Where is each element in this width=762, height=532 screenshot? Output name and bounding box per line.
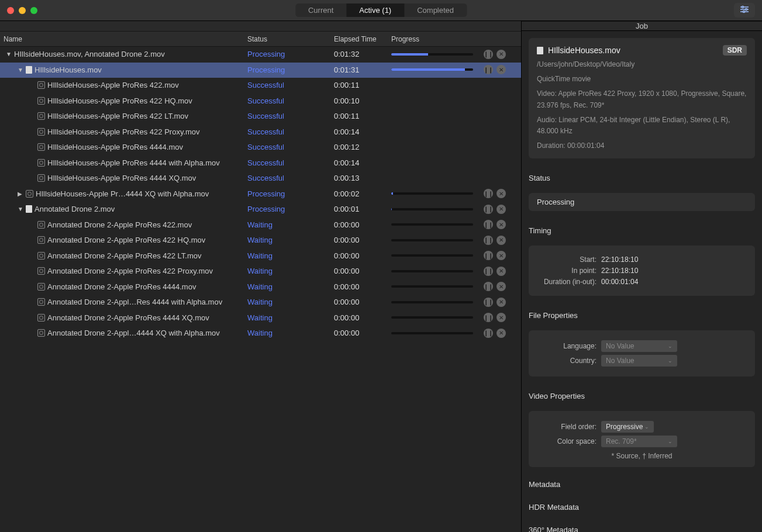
360-metadata-section[interactable]: 360° Metadata — [529, 523, 755, 532]
view-tab-completed[interactable]: Completed — [404, 4, 467, 17]
pause-button[interactable]: ❙❙ — [484, 220, 493, 229]
row-elapsed: 0:00:00 — [334, 236, 391, 244]
preset-icon — [26, 190, 33, 198]
pause-button[interactable]: ❙❙ — [484, 65, 493, 74]
disclosure-triangle[interactable]: ▼ — [18, 67, 23, 73]
cancel-button[interactable]: ✕ — [496, 220, 506, 229]
col-header-status[interactable]: Status — [247, 35, 334, 43]
disclosure-triangle[interactable]: ▶ — [18, 191, 23, 197]
preset-icon — [37, 159, 45, 167]
table-row[interactable]: ▶HIllsideHouses-Apple Pr…4444 XQ with Al… — [0, 186, 521, 202]
cancel-button[interactable]: ✕ — [496, 236, 506, 245]
row-status: Processing — [247, 50, 334, 58]
row-name: Annotated Drone 2-Appl…Res 4444 with Alp… — [47, 298, 222, 306]
table-row[interactable]: Annotated Drone 2-Appl…4444 XQ with Alph… — [0, 326, 521, 341]
row-actions: ❙❙✕ — [484, 220, 520, 229]
svg-point-3 — [742, 6, 744, 8]
table-row[interactable]: Annotated Drone 2-Apple ProRes 422.movWa… — [0, 217, 521, 233]
table-row[interactable]: Annotated Drone 2-Apple ProRes 422 LT.mo… — [0, 248, 521, 264]
row-name: HIllsideHouses-Apple ProRes 422 LT.mov — [47, 112, 188, 120]
row-elapsed: 0:00:00 — [334, 313, 391, 322]
table-row[interactable]: HIllsideHouses-Apple ProRes 4444.movSucc… — [0, 140, 521, 156]
pause-button[interactable]: ❙❙ — [484, 189, 493, 198]
row-progress — [391, 254, 484, 257]
row-elapsed: 0:00:01 — [334, 205, 391, 213]
inspector-toggle-button[interactable] — [734, 3, 755, 18]
table-row[interactable]: Annotated Drone 2-Apple ProRes 4444.movW… — [0, 279, 521, 295]
disclosure-triangle[interactable]: ▼ — [18, 206, 23, 212]
row-name: Annotated Drone 2-Apple ProRes 422 Proxy… — [47, 267, 213, 275]
disclosure-triangle[interactable]: ▼ — [6, 51, 12, 57]
view-tab-active-[interactable]: Active (1) — [346, 4, 404, 17]
table-row[interactable]: ▼HIllsideHouses.mov, Annotated Drone 2.m… — [0, 47, 521, 63]
pause-button[interactable]: ❙❙ — [484, 313, 493, 322]
jobs-tree[interactable]: ▼HIllsideHouses.mov, Annotated Drone 2.m… — [0, 47, 521, 532]
zoom-window-button[interactable] — [30, 7, 37, 14]
preset-icon — [37, 252, 45, 260]
color-space-dropdown[interactable]: Rec. 709*⌄ — [601, 436, 677, 447]
row-name: HIllsideHouses-Apple ProRes 4444 with Al… — [47, 158, 220, 167]
minimize-window-button[interactable] — [19, 7, 26, 14]
row-name: Annotated Drone 2-Apple ProRes 422 LT.mo… — [47, 251, 202, 260]
row-actions: ❙❙✕ — [484, 189, 520, 198]
col-header-elapsed[interactable]: Elapsed Time — [334, 35, 391, 43]
view-tab-current[interactable]: Current — [295, 4, 346, 17]
row-status: Processing — [247, 189, 334, 198]
language-dropdown[interactable]: No Value⌄ — [601, 340, 677, 352]
row-progress — [391, 239, 484, 241]
pause-button[interactable]: ❙❙ — [484, 50, 493, 59]
timing-in-value: 22:10:18:10 — [601, 267, 747, 275]
row-progress — [391, 332, 484, 334]
row-elapsed: 0:00:14 — [334, 158, 391, 167]
table-row[interactable]: HIllsideHouses-Apple ProRes 422 Proxy.mo… — [0, 125, 521, 140]
cancel-button[interactable]: ✕ — [496, 251, 506, 260]
col-header-progress[interactable]: Progress — [391, 35, 484, 43]
pause-button[interactable]: ❙❙ — [484, 251, 493, 260]
row-elapsed: 0:00:02 — [334, 189, 391, 198]
table-row[interactable]: Annotated Drone 2-Apple ProRes 422 HQ.mo… — [0, 233, 521, 248]
field-order-dropdown[interactable]: Progressive⌄ — [601, 421, 654, 433]
table-row[interactable]: HIllsideHouses-Apple ProRes 422 LT.movSu… — [0, 109, 521, 125]
row-elapsed: 0:00:11 — [334, 112, 391, 120]
pause-button[interactable]: ❙❙ — [484, 267, 493, 276]
pause-button[interactable]: ❙❙ — [484, 236, 493, 245]
pause-button[interactable]: ❙❙ — [484, 298, 493, 307]
table-row[interactable]: HIllsideHouses-Apple ProRes 4444 with Al… — [0, 156, 521, 171]
pause-button[interactable]: ❙❙ — [484, 282, 493, 291]
preset-icon — [37, 143, 45, 151]
file-icon — [537, 47, 543, 54]
table-row[interactable]: Annotated Drone 2-Apple ProRes 422 Proxy… — [0, 264, 521, 279]
row-status: Waiting — [247, 298, 334, 306]
pause-button[interactable]: ❙❙ — [484, 329, 493, 338]
table-row[interactable]: HIllsideHouses-Apple ProRes 4444 XQ.movS… — [0, 171, 521, 186]
pause-button[interactable]: ❙❙ — [484, 205, 493, 214]
file-icon — [26, 205, 32, 213]
country-dropdown[interactable]: No Value⌄ — [601, 355, 677, 367]
cancel-button[interactable]: ✕ — [496, 50, 506, 59]
table-row[interactable]: Annotated Drone 2-Appl…Res 4444 with Alp… — [0, 295, 521, 310]
close-window-button[interactable] — [7, 7, 14, 14]
timing-section-label: Timing — [529, 226, 755, 235]
cancel-button[interactable]: ✕ — [496, 329, 506, 338]
table-row[interactable]: Annotated Drone 2-Apple ProRes 4444 XQ.m… — [0, 310, 521, 326]
inspector-pane: Job HIllsideHouses.mov SDR /Users/john/D… — [522, 21, 762, 532]
row-progress — [391, 301, 484, 303]
hdr-metadata-section[interactable]: HDR Metadata — [529, 500, 755, 512]
table-row[interactable]: HIllsideHouses-Apple ProRes 422 HQ.movSu… — [0, 94, 521, 109]
col-header-name[interactable]: Name — [0, 35, 247, 43]
cancel-button[interactable]: ✕ — [496, 282, 506, 291]
metadata-section[interactable]: Metadata — [529, 478, 755, 489]
cancel-button[interactable]: ✕ — [496, 313, 506, 322]
status-section-label: Status — [529, 174, 755, 182]
table-row[interactable]: ▼Annotated Drone 2.movProcessing0:00:01❙… — [0, 202, 521, 217]
row-name: HIllsideHouses.mov, Annotated Drone 2.mo… — [14, 50, 165, 58]
cancel-button[interactable]: ✕ — [496, 189, 506, 198]
chevron-down-icon: ⌄ — [644, 424, 649, 430]
row-status: Waiting — [247, 236, 334, 244]
table-row[interactable]: ▼HIllsideHouses.movProcessing0:01:31❙❙✕ — [0, 63, 521, 78]
table-row[interactable]: HIllsideHouses-Apple ProRes 422.movSucce… — [0, 78, 521, 94]
cancel-button[interactable]: ✕ — [496, 65, 506, 74]
cancel-button[interactable]: ✕ — [496, 298, 506, 307]
cancel-button[interactable]: ✕ — [496, 267, 506, 276]
cancel-button[interactable]: ✕ — [496, 205, 506, 214]
